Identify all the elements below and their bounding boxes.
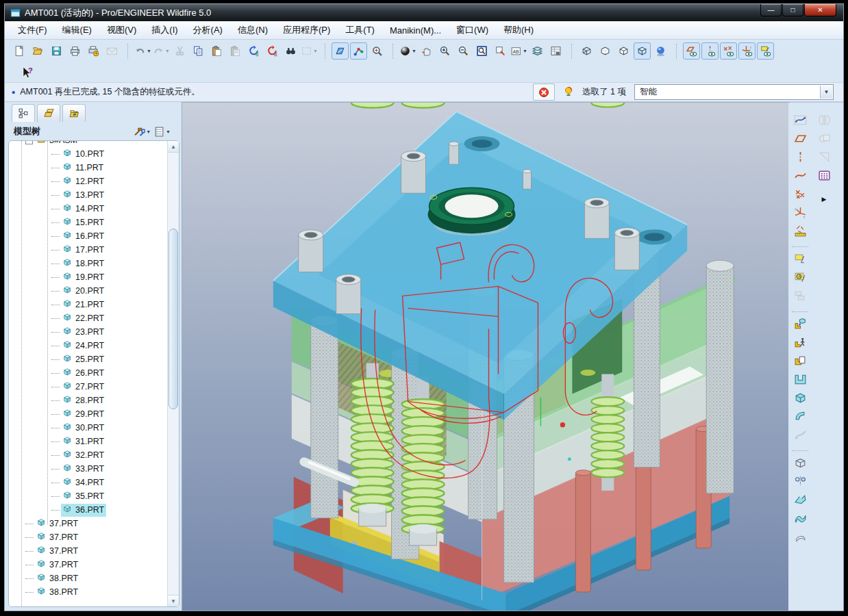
zoom-in-button[interactable] <box>436 42 453 60</box>
tree-item[interactable]: 38.PRT <box>9 572 167 585</box>
hidden-line-button[interactable] <box>597 42 614 60</box>
tree-item[interactable]: 31.PRT <box>9 435 167 448</box>
boundary-tool-button[interactable] <box>790 528 810 546</box>
tree-item[interactable]: 38.PRT <box>9 585 167 599</box>
merge-tool-button[interactable] <box>814 129 834 148</box>
menu-item[interactable]: 视图(V) <box>99 22 144 38</box>
zoom-out-button[interactable] <box>455 42 472 60</box>
revolve-tool-button[interactable] <box>790 407 810 426</box>
tree-item[interactable]: 35.PRT <box>9 489 167 503</box>
create-component-button[interactable] <box>790 352 810 370</box>
tree-item[interactable]: 23.PRT <box>9 325 167 339</box>
tree-item[interactable]: 29.PRT <box>9 407 167 421</box>
tree-item[interactable]: 30.PRT <box>9 421 167 435</box>
chevron-down-icon[interactable]: ▼ <box>313 49 318 53</box>
open-file-button[interactable] <box>29 42 47 60</box>
tree-item[interactable]: 34.PRT <box>9 476 167 489</box>
paste-button[interactable] <box>208 42 225 60</box>
favorites-tab[interactable] <box>62 104 86 122</box>
tree-scrollbar[interactable]: ▲ ▼ <box>167 141 179 606</box>
keyboard-panel-button[interactable] <box>814 166 834 185</box>
menu-item[interactable]: Manikin(M)... <box>382 23 449 38</box>
tree-item[interactable]: 17.PRT <box>9 243 167 257</box>
tree-item[interactable]: 24.PRT <box>9 339 167 352</box>
assemble-manikin-button[interactable] <box>790 333 810 352</box>
tree-item[interactable]: 16.PRT <box>9 229 167 243</box>
pattern-tool-button[interactable] <box>790 472 810 491</box>
shaded-button[interactable] <box>634 42 651 60</box>
copy-button[interactable] <box>190 42 207 60</box>
select-help-button[interactable]: ? <box>18 64 35 81</box>
annotation-extra-button[interactable] <box>790 287 810 305</box>
datum-display-filter-button[interactable] <box>332 42 349 60</box>
menu-item[interactable]: 应用程序(P) <box>275 22 338 38</box>
refit-button[interactable] <box>473 42 490 60</box>
datum-csys-tool-button[interactable]: yz <box>790 203 810 222</box>
datum-axes-toggle-button[interactable] <box>701 42 719 60</box>
tree-item[interactable]: 14.PRT <box>9 202 167 216</box>
print-button[interactable] <box>66 42 84 60</box>
tree-item[interactable]: 37.PRT <box>9 530 167 544</box>
menu-item[interactable]: 插入(I) <box>144 22 185 38</box>
datum-axis-tool-button[interactable] <box>790 148 810 166</box>
tree-item[interactable]: 25.PRT <box>9 352 167 366</box>
mold-cavity-button[interactable] <box>790 370 810 389</box>
menu-item[interactable]: 帮助(H) <box>496 22 541 38</box>
tree-item[interactable]: 37.PRT <box>9 517 167 530</box>
tree-item[interactable]: 13.PRT <box>9 188 167 202</box>
viewport-3d[interactable] <box>182 102 788 611</box>
tree-item[interactable]: 18.PRT <box>9 257 167 270</box>
wireframe-box-tool-button[interactable] <box>790 454 810 472</box>
tree-item[interactable]: 20.PRT <box>9 284 167 298</box>
scrollbar-thumb[interactable] <box>169 229 178 409</box>
new-file-button[interactable] <box>11 42 28 60</box>
annotation-feature-button[interactable] <box>790 250 810 268</box>
menu-item[interactable]: 编辑(E) <box>55 22 99 38</box>
view-manager-button[interactable] <box>547 42 564 60</box>
menu-item[interactable]: 分析(A) <box>186 22 230 38</box>
tree-item[interactable]: 28.PRT <box>9 394 167 407</box>
smart-selection-button[interactable] <box>350 42 367 60</box>
tree-item[interactable]: 26.PRT <box>9 366 167 380</box>
pan-spin-hand-button[interactable] <box>418 42 435 60</box>
trim-tool-button[interactable] <box>814 148 834 166</box>
scroll-up-arrow[interactable]: ▲ <box>168 141 179 153</box>
tree-item[interactable]: 21.PRT <box>9 298 167 311</box>
search-3d-button[interactable] <box>369 42 386 60</box>
datum-plane-tool-button[interactable] <box>790 129 810 148</box>
tree-item[interactable]: 10.PRT <box>9 147 167 161</box>
saved-views-button[interactable]: AB▼ <box>510 42 527 60</box>
tree-display-menu[interactable]: ▼ <box>153 126 171 138</box>
undo-button[interactable]: ▼ <box>134 42 151 60</box>
assemble-component-button[interactable] <box>790 315 810 333</box>
datum-curve-tool-button[interactable] <box>790 166 810 185</box>
tree-item[interactable]: 27.PRT <box>9 380 167 394</box>
split-tool-button[interactable] <box>814 111 834 129</box>
flatten-tool-button[interactable] <box>790 491 810 509</box>
chevron-down-icon[interactable]: ▼ <box>412 49 416 53</box>
find-button[interactable] <box>282 42 299 60</box>
selection-filter-combobox[interactable]: 智能 ▼ <box>634 84 834 100</box>
paste-special-button[interactable] <box>227 42 244 60</box>
tree-collapse-icon[interactable]: − <box>25 141 33 144</box>
no-hidden-line-button[interactable] <box>615 42 632 60</box>
datum-planes-toggle-button[interactable] <box>683 42 700 60</box>
layers-button[interactable] <box>529 42 546 60</box>
chevron-down-icon[interactable]: ▼ <box>147 49 151 53</box>
tree-item[interactable]: 19.PRT <box>9 270 167 284</box>
tree-item[interactable]: 22.PRT <box>9 311 167 325</box>
surface-tool-button[interactable] <box>790 509 810 528</box>
maximize-button[interactable]: □ <box>782 4 803 16</box>
title-bar[interactable]: AMT001 (活动的) - Pro/ENGINEER Wildfire 5.0… <box>5 4 843 21</box>
tree-item[interactable]: 12.PRT <box>9 175 167 188</box>
datum-points-toggle-button[interactable] <box>720 42 737 60</box>
datum-point-tool-button[interactable] <box>790 185 810 203</box>
regenerate-button[interactable] <box>245 42 262 60</box>
annotations-toggle-button[interactable] <box>757 42 774 60</box>
sweep-tool-button[interactable] <box>790 426 810 444</box>
tree-item[interactable]: 15.PRT <box>9 216 167 229</box>
reorient-button[interactable] <box>492 42 509 60</box>
datum-point-flyout-arrow[interactable]: ▶ <box>822 196 827 203</box>
annotation-callout-button[interactable]: A <box>790 268 810 287</box>
tree-item[interactable]: 37.PRT <box>9 544 167 558</box>
